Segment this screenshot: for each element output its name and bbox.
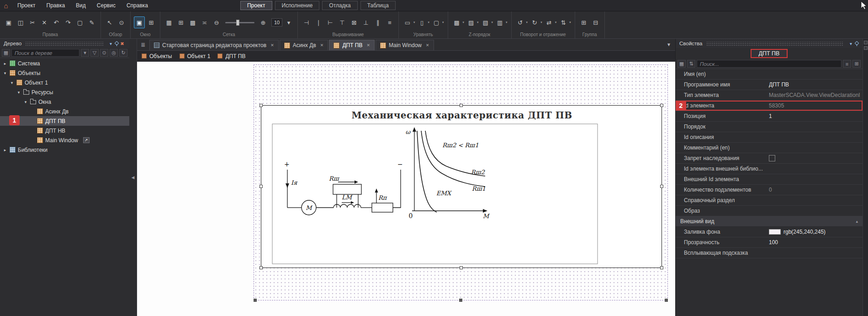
close-icon[interactable]: ✖ <box>119 41 126 46</box>
appearance-section-header[interactable]: Внешний вид ▴ <box>676 216 863 227</box>
sync-icon[interactable]: ↻ <box>119 49 127 57</box>
align-middle-button[interactable]: ⊠ <box>349 16 360 28</box>
property-value[interactable]: rgb(245,240,245) <box>769 229 862 235</box>
expand-icon[interactable]: ▸ <box>3 61 7 66</box>
rotate-left-button[interactable]: ↺ <box>515 16 526 28</box>
collapse-left-icon[interactable]: ◀ <box>132 175 135 180</box>
paste-button[interactable]: ▣ <box>3 16 14 28</box>
panel-tab-icon[interactable] <box>864 41 868 44</box>
property-value[interactable]: ДПТ ПВ <box>769 81 862 88</box>
pin-icon[interactable] <box>114 41 119 47</box>
search-icon[interactable]: ⊙ <box>100 49 108 57</box>
resize-handle-n[interactable] <box>460 104 463 107</box>
design-canvas[interactable]: Механическая характеристика ДПТ ПВ <box>137 62 675 316</box>
tab-list-dropdown-icon[interactable]: ▼ <box>662 39 675 50</box>
resize-handle-nw[interactable] <box>259 104 263 107</box>
diagram-image-element[interactable]: Механическая характеристика ДПТ ПВ <box>261 105 662 268</box>
panel-drag-texture[interactable] <box>25 42 104 46</box>
same-width-dropdown-icon[interactable]: ▾ <box>413 21 415 24</box>
panel-drag-texture[interactable] <box>706 42 844 46</box>
collapse-icon[interactable]: ▾ <box>3 71 7 75</box>
zoom-in-button[interactable]: ⊕ <box>258 16 269 28</box>
property-value[interactable]: 58305 <box>769 102 862 109</box>
resize-handle-se[interactable] <box>660 266 663 269</box>
collapse-icon[interactable]: ▾ <box>23 100 28 104</box>
grid-step-button[interactable]: ▩ <box>187 16 198 28</box>
doc-tab-0[interactable]: Стартовая страница редактора проектов✕ <box>149 40 279 50</box>
tree-item-4[interactable]: ▾Окна <box>0 97 129 107</box>
grid-toggle-button[interactable]: ▦ <box>164 16 175 28</box>
locate-icon[interactable]: ◎ <box>110 49 118 57</box>
collapse-icon[interactable]: ▾ <box>16 90 21 95</box>
page-resize-handle-s[interactable] <box>459 299 462 302</box>
categorized-view-icon[interactable]: ▦ <box>677 60 686 68</box>
breadcrumb-item-2[interactable]: ДПТ ПВ <box>217 53 245 59</box>
window-layout-button[interactable]: ⊞ <box>146 16 157 28</box>
panel-splitter[interactable]: ◀ <box>129 39 137 316</box>
same-height-dropdown-icon[interactable]: ▾ <box>428 21 430 24</box>
bring-forward-dropdown-icon[interactable]: ▾ <box>492 21 493 24</box>
resize-handle-w[interactable] <box>259 185 263 188</box>
panel-tab-icon[interactable] <box>864 46 868 50</box>
chevron-down-icon[interactable]: ▾ <box>847 41 854 46</box>
properties-search-input[interactable] <box>697 60 842 68</box>
flip-h-button[interactable]: ⇄ <box>544 16 555 28</box>
tree-item-1[interactable]: ▾Объекты <box>0 68 129 78</box>
chevron-down-icon[interactable]: ▾ <box>107 41 114 46</box>
menu-item-3[interactable]: Сервис <box>91 0 121 11</box>
tree-item-2[interactable]: ▾Объект 1 <box>0 78 129 87</box>
expand-all-icon[interactable]: ≡ <box>843 60 851 68</box>
tree-item-7[interactable]: ДПТ НВ <box>0 126 129 135</box>
doc-tab-3[interactable]: Main Window✕ <box>376 40 434 50</box>
home-icon[interactable]: ⌂ <box>0 0 12 11</box>
redo-button[interactable]: ↷ <box>63 16 74 28</box>
mode-tab-1[interactable]: Исполнение <box>275 1 320 10</box>
select-all-button[interactable]: ▢ <box>74 16 85 28</box>
group-button[interactable]: ⊞ <box>578 16 589 28</box>
property-value[interactable]: 100 <box>769 239 862 246</box>
menu-item-4[interactable]: Справка <box>121 0 153 11</box>
page-resize-handle-sw[interactable] <box>254 299 257 302</box>
same-height-button[interactable]: ▯ <box>417 16 428 28</box>
close-tab-icon[interactable]: ✕ <box>320 43 324 48</box>
tree-item-3[interactable]: ▾Ресурсы <box>0 87 129 97</box>
send-backward-button[interactable]: ▥ <box>494 16 505 28</box>
doc-tab-1[interactable]: Асинх Дв✕ <box>280 40 328 50</box>
settings-icon[interactable]: ⊞ <box>852 60 861 68</box>
align-center-button[interactable]: ∣ <box>313 16 324 28</box>
delete-button[interactable]: ✕ <box>39 16 50 28</box>
funnel-icon[interactable]: ▽ <box>90 49 99 57</box>
resize-handle-ne[interactable] <box>660 104 663 107</box>
color-swatch[interactable] <box>769 229 781 235</box>
send-back-dropdown-icon[interactable]: ▾ <box>477 21 479 24</box>
close-tab-icon[interactable]: ✕ <box>426 43 429 48</box>
align-bottom-button[interactable]: ⊥ <box>360 16 371 28</box>
page-resize-handle-se[interactable] <box>665 299 668 302</box>
distribute-v-button[interactable]: ≡ <box>384 16 395 28</box>
menu-item-1[interactable]: Правка <box>41 0 71 11</box>
zoom-out-button[interactable]: ⊖ <box>211 16 222 28</box>
flip-h-dropdown-icon[interactable]: ▾ <box>555 21 557 24</box>
distribute-h-button[interactable]: ∥ <box>372 16 383 28</box>
bring-front-button[interactable]: ▩ <box>451 16 462 28</box>
flip-v-button[interactable]: ⇅ <box>558 16 569 28</box>
dropdown-icon[interactable]: ▾ <box>81 49 89 57</box>
same-size-dropdown-icon[interactable]: ▾ <box>442 21 444 24</box>
undo-button[interactable]: ↶ <box>51 16 62 28</box>
tree-item-0[interactable]: ▸Система <box>0 59 129 68</box>
bring-forward-button[interactable]: ▧ <box>480 16 491 28</box>
send-backward-dropdown-icon[interactable]: ▾ <box>506 21 508 24</box>
menu-item-0[interactable]: Проект <box>12 0 41 11</box>
property-value[interactable]: MasterSCADA.View.ViewDeclarationI <box>769 92 862 98</box>
rotate-left-dropdown-icon[interactable]: ▾ <box>526 21 528 24</box>
align-top-button[interactable]: ⊤ <box>337 16 348 28</box>
cursor-button[interactable]: ↖ <box>104 16 115 28</box>
guides-button[interactable]: ≍ <box>199 16 210 28</box>
mode-tab-0[interactable]: Проект <box>240 1 272 10</box>
grid-settings-dropdown-icon[interactable]: ▾ <box>283 16 294 28</box>
rotate-right-dropdown-icon[interactable]: ▾ <box>540 21 542 24</box>
mode-tab-3[interactable]: Таблица <box>360 1 396 10</box>
alphabetical-view-icon[interactable]: ⇅ <box>687 60 695 68</box>
ungroup-button[interactable]: ⊟ <box>590 16 601 28</box>
tree-item-8[interactable]: Main Window↗ <box>0 135 129 145</box>
